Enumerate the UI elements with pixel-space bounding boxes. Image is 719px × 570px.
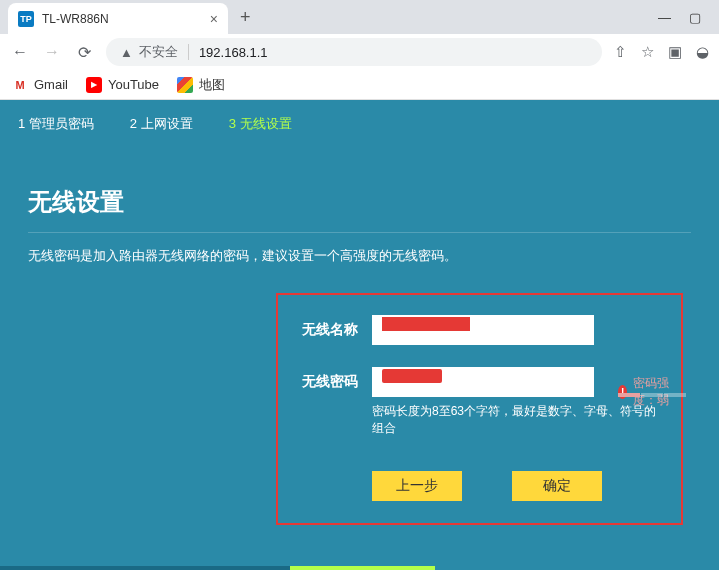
tab-bar: TP TL-WR886N × + — ▢ [0, 0, 719, 34]
url-text: 192.168.1.1 [199, 45, 268, 60]
password-input[interactable] [372, 367, 594, 397]
back-button[interactable]: ← [10, 43, 30, 61]
maximize-icon[interactable]: ▢ [689, 10, 701, 25]
form-highlight-box: 无线名称 无线密码 ! 密码强度：弱 密码长度为8至63个字符，最好是数字、字母… [276, 293, 683, 525]
profile-icon[interactable]: ◒ [696, 43, 709, 61]
wizard-step-3[interactable]: 3 无线设置 [211, 100, 310, 148]
divider [28, 232, 691, 233]
tab-title: TL-WR886N [42, 12, 202, 26]
reload-button[interactable]: ⟳ [74, 43, 94, 62]
bookmark-label: YouTube [108, 77, 159, 92]
window-controls: — ▢ [658, 10, 711, 25]
warning-icon: ▲ [120, 45, 133, 60]
bookmarks-bar: M Gmail ▶ YouTube 地图 [0, 70, 719, 100]
youtube-icon: ▶ [86, 77, 102, 93]
password-strength: ! 密码强度：弱 [618, 375, 681, 409]
wizard-step-2[interactable]: 2 上网设置 [112, 100, 211, 148]
strength-seg [664, 393, 686, 397]
form-row-ssid: 无线名称 [302, 315, 657, 345]
maps-icon [177, 77, 193, 93]
browser-chrome: TP TL-WR886N × + — ▢ ← → ⟳ ▲ 不安全 192.168… [0, 0, 719, 100]
page-title: 无线设置 [28, 186, 691, 218]
wizard-steps: 1 管理员密码 2 上网设置 3 无线设置 [0, 100, 719, 148]
button-row: 上一步 确定 [372, 471, 657, 501]
confirm-button[interactable]: 确定 [512, 471, 602, 501]
wizard-step-1[interactable]: 1 管理员密码 [0, 100, 112, 148]
side-panel-icon[interactable]: ▣ [668, 43, 682, 61]
form-row-password: 无线密码 [302, 367, 657, 397]
content-area: 无线设置 无线密码是加入路由器无线网络的密码，建议设置一个高强度的无线密码。 无… [0, 148, 719, 525]
bookmark-star-icon[interactable]: ☆ [641, 43, 654, 61]
browser-tab[interactable]: TP TL-WR886N × [8, 3, 228, 35]
step-underline [0, 566, 140, 570]
close-icon[interactable]: × [210, 11, 218, 27]
bookmark-youtube[interactable]: ▶ YouTube [86, 77, 159, 93]
ssid-input[interactable] [372, 315, 594, 345]
router-page: 1 管理员密码 2 上网设置 3 无线设置 无线设置 无线密码是加入路由器无线网… [0, 100, 719, 570]
prev-button[interactable]: 上一步 [372, 471, 462, 501]
address-bar: ← → ⟳ ▲ 不安全 192.168.1.1 ⇧ ☆ ▣ ◒ [0, 34, 719, 70]
forward-button: → [42, 43, 62, 61]
step-underline-active [290, 566, 435, 570]
divider [188, 44, 189, 60]
bookmark-gmail[interactable]: M Gmail [12, 77, 68, 93]
step-underline [140, 566, 290, 570]
minimize-icon[interactable]: — [658, 10, 671, 25]
strength-seg [618, 393, 640, 397]
ssid-label: 无线名称 [302, 321, 372, 339]
url-box[interactable]: ▲ 不安全 192.168.1.1 [106, 38, 602, 66]
security-label: 不安全 [139, 43, 178, 61]
share-icon[interactable]: ⇧ [614, 43, 627, 61]
bookmark-label: Gmail [34, 77, 68, 92]
new-tab-button[interactable]: + [232, 7, 259, 28]
gmail-icon: M [12, 77, 28, 93]
strength-bar [618, 393, 686, 397]
password-label: 无线密码 [302, 373, 372, 391]
bookmark-maps[interactable]: 地图 [177, 76, 225, 94]
page-description: 无线密码是加入路由器无线网络的密码，建议设置一个高强度的无线密码。 [28, 247, 691, 265]
tab-favicon: TP [18, 11, 34, 27]
strength-seg [641, 393, 663, 397]
password-hint: 密码长度为8至63个字符，最好是数字、字母、符号的组合 [372, 403, 657, 437]
bookmark-label: 地图 [199, 76, 225, 94]
